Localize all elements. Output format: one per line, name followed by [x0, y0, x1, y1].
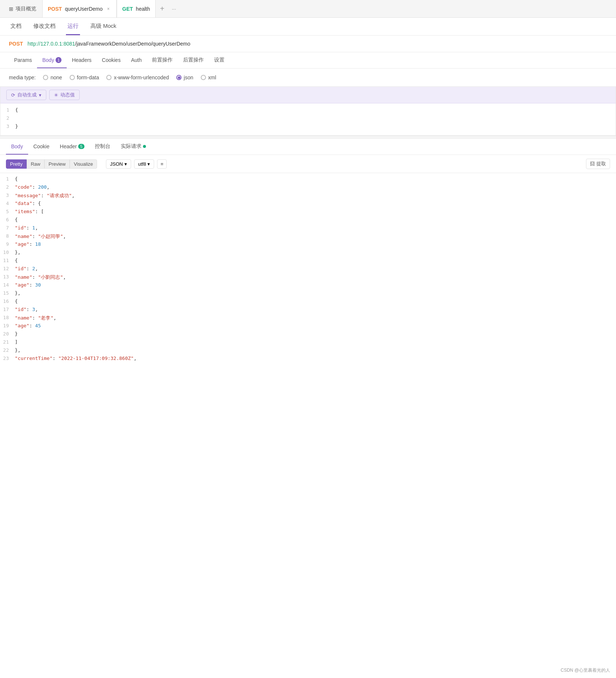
- response-line: 11 {: [0, 258, 616, 266]
- response-line: 10 },: [0, 249, 616, 258]
- section-divider: [0, 136, 616, 139]
- format-type-select[interactable]: JSON ▾: [106, 159, 131, 169]
- format-raw[interactable]: Raw: [27, 159, 44, 169]
- radio-json-circle: [176, 75, 182, 80]
- request-tabs: Params Body 1 Headers Cookies Auth 前置操作 …: [0, 52, 616, 69]
- response-line: 4"data": {: [0, 201, 616, 209]
- radio-none[interactable]: none: [43, 75, 62, 80]
- radio-urlencoded[interactable]: x-www-form-urlencoded: [106, 75, 169, 80]
- tab-method-get: GET: [122, 6, 133, 12]
- tab-cookies[interactable]: Cookies: [97, 52, 126, 68]
- header-count-badge: 5: [78, 144, 84, 149]
- code-toolbar: ⟳ 自动生成 ▾ ✳ 动态值: [0, 87, 616, 103]
- dynamic-label: 动态值: [60, 92, 75, 98]
- tab-overview[interactable]: ⊞ 项目概览: [3, 0, 42, 17]
- encoding-select[interactable]: utf8 ▾: [134, 159, 154, 169]
- response-line: 13 "name": "小劉同志",: [0, 274, 616, 282]
- response-line: 21 ]: [0, 339, 616, 347]
- response-body: 1{2"code": 200,3"message": "请求成功",4"data…: [0, 173, 616, 367]
- tab-post-query[interactable]: POST queryUserDemo ×: [42, 0, 117, 17]
- tab-more-button[interactable]: ···: [169, 6, 179, 12]
- code-line: 2: [0, 115, 616, 123]
- media-type-options: none form-data x-www-form-urlencoded jso…: [43, 75, 216, 80]
- media-type-label: media type:: [9, 75, 36, 80]
- response-line: 2"code": 200,: [0, 184, 616, 192]
- response-line: 16 {: [0, 298, 616, 307]
- response-tab-cookie[interactable]: Cookie: [28, 139, 55, 155]
- format-visualize[interactable]: Visualize: [70, 159, 97, 169]
- radio-json[interactable]: json: [176, 75, 193, 80]
- autogen-icon: ⟳: [11, 92, 15, 98]
- response-line: 15 },: [0, 290, 616, 298]
- response-line: 18 "name": "老李",: [0, 315, 616, 323]
- radio-form-data[interactable]: form-data: [70, 75, 99, 80]
- code-line: 3 }: [0, 123, 616, 132]
- response-tab-header[interactable]: Header 5: [55, 139, 90, 155]
- chevron-down-icon: ▾: [124, 161, 127, 167]
- radio-none-circle: [43, 75, 48, 80]
- subnav-docs[interactable]: 文档: [9, 18, 23, 35]
- url-text: http://127.0.0.1:8081/javaFrameworkDemo/…: [27, 41, 190, 47]
- response-line: 7 "id": 1,: [0, 225, 616, 233]
- toolbar-left: Pretty Raw Preview Visualize JSON ▾: [6, 159, 167, 169]
- tab-add-button[interactable]: +: [156, 4, 169, 13]
- radio-xml-circle: [201, 75, 206, 80]
- code-line: 1 {: [0, 107, 616, 115]
- response-line: 19 "age": 45: [0, 323, 616, 331]
- extract-icon: 囧: [590, 161, 595, 167]
- response-line: 20 }: [0, 331, 616, 339]
- response-line: 3"message": "请求成功",: [0, 192, 616, 201]
- overview-icon: ⊞: [9, 6, 13, 12]
- request-body-lines[interactable]: 1 { 2 3 }: [0, 103, 616, 135]
- overview-label: 项目概览: [16, 6, 36, 12]
- subnav-edit-docs[interactable]: 修改文档: [32, 18, 57, 35]
- response-line: 14 "age": 30: [0, 282, 616, 290]
- url-method-badge: POST: [9, 41, 23, 47]
- format-pretty[interactable]: Pretty: [6, 159, 27, 169]
- actual-request-dot: [143, 145, 146, 148]
- tab-post-actions[interactable]: 后置操作: [178, 52, 209, 68]
- tab-headers[interactable]: Headers: [67, 52, 97, 68]
- dynamic-value-button[interactable]: ✳ 动态值: [49, 90, 80, 100]
- response-tab-body[interactable]: Body: [6, 139, 28, 155]
- autogen-label: 自动生成: [17, 92, 37, 98]
- subnav-run[interactable]: 运行: [66, 18, 80, 35]
- response-toolbar: Pretty Raw Preview Visualize JSON ▾: [0, 155, 616, 173]
- response-line: 12 "id": 2,: [0, 266, 616, 274]
- tab-auth[interactable]: Auth: [126, 52, 147, 68]
- subnav-mock[interactable]: 高级 Mock: [89, 18, 118, 35]
- tab-params[interactable]: Params: [9, 52, 37, 68]
- chevron-down-icon: ▾: [147, 161, 150, 167]
- response-tab-actual[interactable]: 实际请求: [116, 139, 151, 155]
- response-line: 17 "id": 3,: [0, 307, 616, 315]
- media-type-row: media type: none form-data x-www-form-ur…: [0, 69, 616, 86]
- response-line: 1{: [0, 176, 616, 184]
- tab-settings[interactable]: 设置: [209, 52, 230, 68]
- format-preview[interactable]: Preview: [44, 159, 70, 169]
- tab-name-query: queryUserDemo: [65, 6, 103, 12]
- response-line: 9 "age": 18: [0, 241, 616, 249]
- request-body-editor: ⟳ 自动生成 ▾ ✳ 动态值 1 { 2 3 }: [0, 86, 616, 136]
- body-badge: 1: [56, 57, 61, 63]
- radio-form-data-circle: [70, 75, 75, 80]
- response-tab-console[interactable]: 控制台: [90, 139, 116, 155]
- tab-bar: ⊞ 项目概览 POST queryUserDemo × GET health +…: [0, 0, 616, 18]
- toolbar-right: 囧 囧 提取 提取: [586, 159, 610, 169]
- autogen-button[interactable]: ⟳ 自动生成 ▾: [6, 90, 46, 100]
- response-line: 22 },: [0, 347, 616, 355]
- tab-body[interactable]: Body 1: [37, 52, 67, 68]
- extract-button[interactable]: 囧 囧 提取 提取: [586, 159, 610, 169]
- tab-close-button[interactable]: ×: [106, 6, 111, 12]
- response-line: 8 "name": "小赵同學",: [0, 233, 616, 241]
- response-line: 5 "items": [: [0, 209, 616, 217]
- tab-name-health: health: [136, 6, 150, 12]
- tab-get-health[interactable]: GET health: [117, 0, 156, 17]
- tab-pre-actions[interactable]: 前置操作: [147, 52, 178, 68]
- filter-icon: ≡: [160, 161, 163, 167]
- filter-button[interactable]: ≡: [157, 159, 167, 169]
- format-tabs: Pretty Raw Preview Visualize: [6, 159, 97, 169]
- radio-xml[interactable]: xml: [201, 75, 216, 80]
- response-section: Body Cookie Header 5 控制台 实际请求 Pretty Raw: [0, 139, 616, 367]
- dynamic-icon: ✳: [54, 92, 58, 98]
- tab-method-post: POST: [48, 6, 62, 12]
